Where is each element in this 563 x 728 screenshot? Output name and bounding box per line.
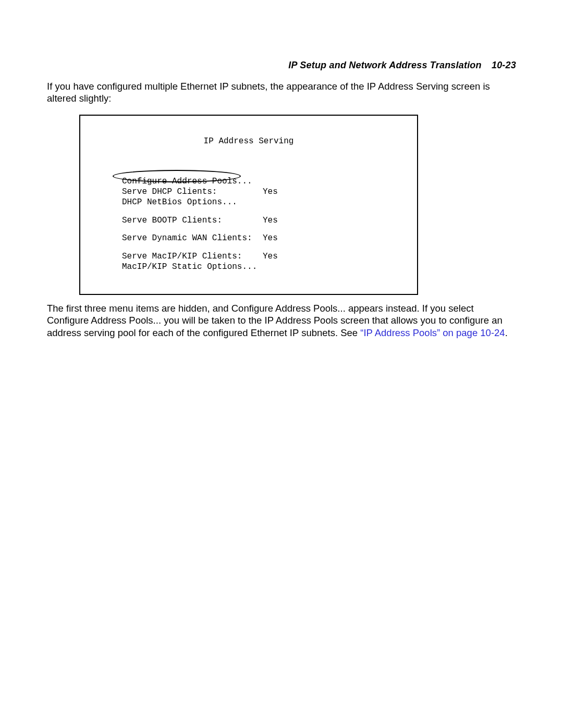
terminal-gap (122, 208, 401, 216)
terminal-screenshot: IP Address Serving Configure Address Poo… (79, 115, 418, 295)
running-header-page-number: 10-23 (492, 60, 516, 70)
terminal-row: Configure Address Pools... (122, 177, 401, 186)
terminal-row-label: MacIP/KIP Static Options... (122, 262, 263, 272)
terminal-row-value: Yes (263, 216, 278, 225)
intro-paragraph: If you have configured multiple Ethernet… (47, 80, 516, 104)
cross-reference-link[interactable]: “IP Address Pools” on page 10-24 (360, 327, 505, 338)
terminal-row-value: Yes (263, 187, 278, 196)
terminal-gap (122, 226, 401, 233)
running-header-title: IP Setup and Network Address Translation (288, 60, 481, 70)
terminal-row: MacIP/KIP Static Options... (122, 262, 401, 272)
terminal-row-label: Configure Address Pools... (122, 177, 263, 186)
terminal-row-label: Serve MacIP/KIP Clients: (122, 252, 263, 261)
terminal-row: Serve MacIP/KIP Clients: Yes (122, 252, 401, 261)
after-paragraph-tail: . (505, 327, 508, 338)
terminal-row-value: Yes (263, 233, 278, 243)
terminal-row-label: Serve Dynamic WAN Clients: (122, 233, 263, 243)
terminal-row: Serve Dynamic WAN Clients: Yes (122, 233, 401, 243)
terminal-gap (122, 244, 401, 252)
terminal-row: DHCP NetBios Options... (122, 198, 401, 207)
terminal-row-value: Yes (263, 252, 278, 261)
terminal-row-label: DHCP NetBios Options... (122, 198, 263, 207)
terminal-row: Serve BOOTP Clients: Yes (122, 216, 401, 225)
running-header: IP Setup and Network Address Translation… (47, 60, 516, 71)
page: IP Setup and Network Address Translation… (0, 0, 563, 728)
after-paragraph: The first three menu items are hidden, a… (47, 302, 516, 338)
terminal-row-label: Serve DHCP Clients: (122, 187, 263, 196)
terminal-row: Serve DHCP Clients: Yes (122, 187, 401, 196)
terminal-row-label: Serve BOOTP Clients: (122, 216, 263, 225)
terminal-title: IP Address Serving (96, 137, 401, 146)
